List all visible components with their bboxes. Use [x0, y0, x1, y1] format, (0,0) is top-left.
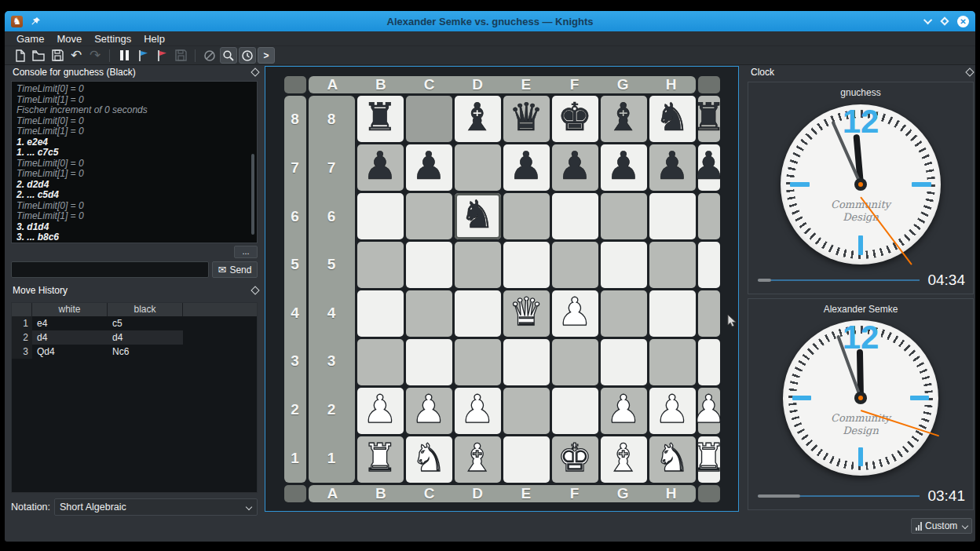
square-a8[interactable]: ♜ — [357, 96, 404, 142]
square-g4[interactable] — [649, 290, 696, 337]
black-bishop-piece[interactable]: ♝ — [460, 98, 495, 137]
square-a2[interactable]: ♟ — [357, 388, 404, 434]
square-e5[interactable] — [552, 242, 598, 288]
menu-help[interactable]: Help — [138, 32, 170, 46]
square-f2[interactable]: ♟ — [601, 388, 647, 434]
square-d8[interactable]: ♛ — [503, 96, 550, 142]
white-knight-piece[interactable]: ♞ — [655, 439, 689, 477]
menu-move[interactable]: Move — [51, 32, 87, 46]
menu-settings[interactable]: Settings — [89, 32, 137, 46]
square-f8[interactable]: ♝ — [601, 96, 647, 142]
square-e3[interactable] — [552, 339, 598, 385]
square-h2[interactable]: ♟ — [698, 388, 720, 434]
square-d4[interactable]: ♛ — [503, 290, 550, 337]
square-d3[interactable] — [503, 339, 550, 385]
square-f4[interactable] — [601, 290, 647, 337]
white-pawn-piece[interactable]: ♟ — [411, 390, 446, 429]
square-e4[interactable]: ♟ — [552, 290, 598, 337]
menu-game[interactable]: Game — [11, 32, 49, 46]
white-pawn-piece[interactable]: ♟ — [692, 390, 726, 429]
square-g6[interactable] — [649, 193, 696, 239]
resign-flag-button[interactable] — [153, 47, 170, 64]
square-a5[interactable] — [357, 242, 404, 288]
square-b4[interactable] — [406, 290, 452, 337]
square-d2[interactable] — [503, 388, 550, 434]
square-f3[interactable] — [601, 339, 647, 385]
square-d5[interactable] — [503, 242, 550, 288]
white-pawn-piece[interactable]: ♟ — [460, 390, 495, 429]
white-king-piece[interactable]: ♚ — [558, 439, 592, 477]
square-g8[interactable]: ♞ — [649, 96, 696, 142]
console-toggle-button[interactable]: > — [258, 47, 275, 64]
square-h8[interactable]: ♜ — [698, 96, 720, 142]
maximize-button[interactable] — [940, 16, 949, 25]
square-h4[interactable] — [698, 290, 720, 337]
square-e8[interactable]: ♚ — [552, 96, 598, 142]
black-queen-piece[interactable]: ♛ — [509, 98, 543, 137]
square-g3[interactable] — [649, 339, 696, 385]
white-queen-piece[interactable]: ♛ — [509, 293, 543, 331]
square-b3[interactable] — [406, 339, 452, 385]
white-knight-piece[interactable]: ♞ — [411, 439, 446, 477]
square-a1[interactable]: ♜ — [357, 436, 404, 483]
save-button[interactable] — [49, 47, 66, 64]
black-pawn-piece[interactable]: ♟ — [411, 147, 446, 185]
column-header-black[interactable]: black — [108, 303, 183, 316]
new-game-button[interactable] — [11, 47, 28, 64]
white-pawn-piece[interactable]: ♟ — [655, 390, 689, 429]
move-history-table[interactable]: white black 1e4c52d4d43Qd4Nc6 — [11, 302, 258, 493]
black-king-piece[interactable]: ♚ — [558, 98, 592, 137]
white-bishop-piece[interactable]: ♝ — [460, 439, 495, 477]
undo-button[interactable]: ↶ — [68, 47, 85, 64]
square-b2[interactable]: ♟ — [406, 388, 452, 434]
square-e6[interactable] — [552, 193, 598, 239]
white-bishop-piece[interactable]: ♝ — [606, 439, 641, 477]
square-c1[interactable]: ♝ — [455, 436, 501, 483]
square-c5[interactable] — [455, 242, 501, 288]
clock-toggle-button[interactable] — [239, 47, 256, 64]
square-b8[interactable] — [406, 96, 452, 142]
black-pawn-piece[interactable]: ♟ — [509, 147, 543, 185]
square-f7[interactable]: ♟ — [601, 144, 647, 191]
move-history-row[interactable]: 2d4d4 — [12, 330, 257, 345]
square-b6[interactable] — [406, 193, 452, 239]
difficulty-combobox[interactable]: Custom — [911, 518, 972, 534]
square-f6[interactable] — [601, 193, 647, 239]
square-a3[interactable] — [357, 339, 404, 385]
square-a6[interactable] — [357, 193, 404, 239]
square-d6[interactable] — [503, 193, 550, 239]
square-g1[interactable]: ♞ — [649, 436, 696, 483]
console-more-button[interactable]: ... — [234, 246, 258, 258]
black-pawn-piece[interactable]: ♟ — [655, 147, 689, 185]
square-c4[interactable] — [455, 290, 501, 337]
chess-board[interactable]: ABCDEFGH87654321♜♝♛♚♝♞♜♟♟♟♟♟♟♟♞♛♟♟♟♟♟♟♟♜… — [265, 66, 739, 512]
black-pawn-piece[interactable]: ♟ — [606, 147, 641, 185]
square-g2[interactable]: ♟ — [649, 388, 696, 434]
white-pawn-piece[interactable]: ♟ — [363, 390, 397, 429]
square-e1[interactable]: ♚ — [552, 436, 598, 483]
redo-button[interactable]: ↷ — [86, 47, 104, 64]
move-history-dock-header[interactable]: Move History — [13, 284, 258, 297]
close-button[interactable]: ✕ — [957, 16, 969, 27]
black-pawn-piece[interactable]: ♟ — [558, 147, 592, 185]
square-c7[interactable] — [455, 144, 501, 191]
white-rook-piece[interactable]: ♜ — [692, 439, 726, 477]
square-c6[interactable]: ♞ — [455, 193, 501, 239]
square-d7[interactable]: ♟ — [503, 144, 550, 191]
console-input[interactable] — [11, 261, 209, 278]
square-g7[interactable]: ♟ — [649, 144, 696, 191]
white-pawn-piece[interactable]: ♟ — [558, 293, 592, 331]
square-e7[interactable]: ♟ — [552, 144, 598, 191]
console-output[interactable]: TimeLimit[0] = 0TimeLimit[1] = 0Fischer … — [11, 81, 258, 243]
square-h5[interactable] — [698, 242, 720, 288]
draw-flag-button[interactable] — [134, 47, 152, 64]
adjourn-save-button[interactable] — [172, 47, 189, 64]
square-c3[interactable] — [455, 339, 501, 385]
column-header-white[interactable]: white — [32, 303, 108, 316]
open-button[interactable] — [30, 47, 47, 64]
square-a7[interactable]: ♟ — [357, 144, 404, 191]
black-knight-piece[interactable]: ♞ — [655, 98, 689, 137]
move-history-row[interactable]: 1e4c5 — [12, 316, 257, 330]
square-e2[interactable] — [552, 388, 598, 434]
black-rook-piece[interactable]: ♜ — [363, 98, 397, 137]
